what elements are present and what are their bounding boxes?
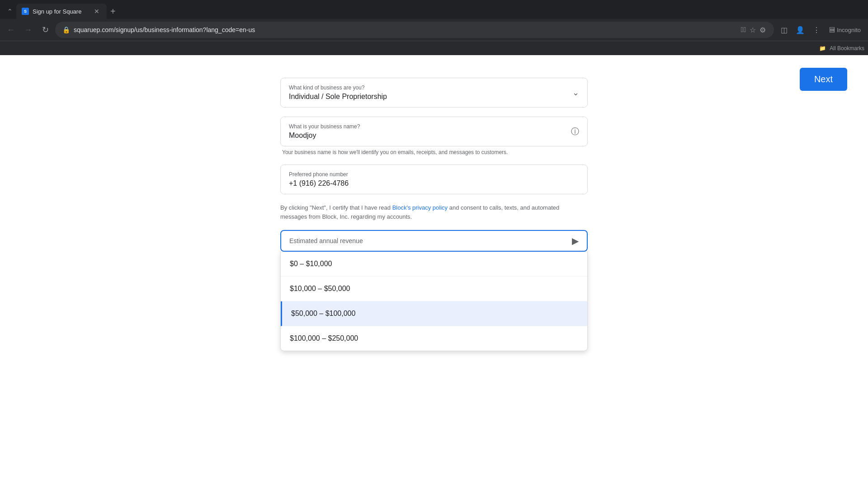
- business-type-value: Individual / Sole Proprietorship: [289, 93, 579, 101]
- revenue-dropdown-list[interactable]: $0 – $10,000 $10,000 – $50,000 $50,000 –…: [280, 252, 588, 351]
- business-type-field[interactable]: What kind of business are you? Individua…: [280, 78, 588, 108]
- address-bar[interactable]: 🔒 squaruep.com/signup/us/business-inform…: [55, 22, 774, 38]
- revenue-option-3[interactable]: $50,000 – $100,000: [281, 301, 587, 326]
- business-name-field[interactable]: What is your business name? Moodjoy ⓘ: [280, 117, 588, 146]
- revenue-option-2[interactable]: $10,000 – $50,000: [281, 277, 587, 301]
- next-button[interactable]: Next: [800, 68, 847, 91]
- business-name-helper: Your business name is how we'll identify…: [280, 149, 588, 155]
- profile-button[interactable]: 👤: [793, 23, 807, 37]
- privacy-policy-link[interactable]: Block's privacy policy: [392, 204, 448, 211]
- nav-bar: ← → ↻ 🔒 squaruep.com/signup/us/business-…: [0, 19, 868, 41]
- info-icon: ⓘ: [571, 126, 579, 137]
- incognito-indicator: 🆧 Incognito: [826, 25, 864, 35]
- incognito-label: Incognito: [837, 27, 861, 33]
- url-display: squaruep.com/signup/us/business-informat…: [74, 26, 736, 33]
- page-content: Next What kind of business are you? Indi…: [0, 55, 868, 488]
- business-name-label: What is your business name?: [289, 123, 579, 130]
- cursor-icon: ▶: [572, 235, 579, 246]
- phone-label: Preferred phone number: [289, 171, 579, 178]
- tab-favicon: S: [22, 8, 29, 15]
- business-name-value: Moodjoy: [289, 131, 579, 140]
- forward-button[interactable]: →: [21, 23, 35, 37]
- settings-button[interactable]: ⋮: [809, 23, 824, 37]
- bookmarks-bar: 📁 All Bookmarks: [0, 41, 868, 55]
- form-area: What kind of business are you? Individua…: [271, 55, 597, 360]
- revenue-dropdown: $0 – $10,000 $10,000 – $50,000 $50,000 –…: [280, 252, 588, 351]
- extension-icon[interactable]: ⚙: [759, 25, 767, 35]
- back-button[interactable]: ←: [4, 23, 18, 37]
- tab-arrow[interactable]: ⌃: [4, 6, 16, 17]
- revenue-option-1[interactable]: $0 – $10,000: [281, 252, 587, 277]
- new-tab-button[interactable]: +: [107, 5, 119, 19]
- chevron-down-icon: ⌄: [572, 88, 579, 98]
- all-bookmarks-label: All Bookmarks: [830, 45, 864, 52]
- revenue-option-4[interactable]: $100,000 – $250,000: [281, 326, 587, 351]
- reload-button[interactable]: ↻: [38, 23, 52, 37]
- lock-icon: 🔒: [62, 26, 70, 33]
- eye-off-icon: 👁⃠: [740, 25, 747, 35]
- business-type-label: What kind of business are you?: [289, 84, 579, 91]
- incognito-icon: 🆧: [829, 27, 835, 33]
- tab-bar: ⌃ S Sign up for Square ✕ +: [0, 0, 868, 19]
- bookmark-icon[interactable]: ☆: [749, 25, 757, 35]
- tab-title: Sign up for Square: [33, 8, 89, 15]
- phone-value: +1 (916) 226-4786: [289, 179, 579, 188]
- phone-field[interactable]: Preferred phone number +1 (916) 226-4786: [280, 164, 588, 194]
- revenue-label: Estimated annual revenue: [289, 237, 579, 244]
- privacy-text-before: By clicking "Next", I certify that I hav…: [280, 204, 392, 211]
- tab-close-button[interactable]: ✕: [92, 7, 101, 16]
- extensions-button[interactable]: ◫: [777, 23, 791, 37]
- active-tab[interactable]: S Sign up for Square ✕: [16, 4, 107, 19]
- revenue-field[interactable]: Estimated annual revenue ▶: [280, 230, 588, 252]
- bookmarks-folder-icon: 📁: [819, 45, 826, 52]
- browser-chrome: ⌃ S Sign up for Square ✕ + ← → ↻ 🔒 squar…: [0, 0, 868, 55]
- privacy-notice: By clicking "Next", I certify that I hav…: [280, 203, 588, 221]
